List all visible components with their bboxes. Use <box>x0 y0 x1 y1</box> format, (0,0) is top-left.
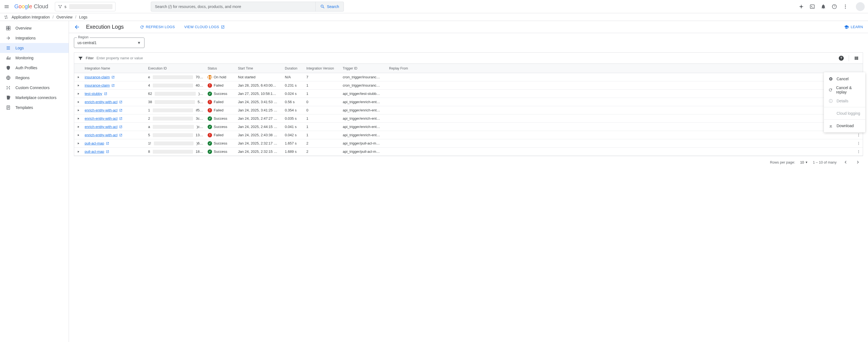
cell-trigger-id: cron_trigger/insuranc… <box>341 75 387 79</box>
cell-trigger-id: api_trigger/test-stubb… <box>341 92 387 96</box>
sidebar-item-label: Marketplace connectors <box>16 95 57 100</box>
prev-page-button[interactable] <box>841 158 849 166</box>
integration-link[interactable]: enrich-entity-with-acl <box>85 100 118 104</box>
expand-row-button[interactable] <box>74 133 83 137</box>
menu-item-cloud-logging: Cloud logging <box>824 109 865 118</box>
back-button[interactable] <box>74 24 80 30</box>
svg-point-19 <box>8 99 9 99</box>
row-menu-button[interactable] <box>855 150 863 154</box>
col-start-time[interactable]: Start Time <box>236 66 283 70</box>
cell-start-time: Jan 24, 2025, 2:47:27 … <box>236 116 283 121</box>
col-integration-name[interactable]: Integration Name <box>83 66 146 70</box>
svg-point-47 <box>858 136 859 136</box>
svg-rect-12 <box>8 28 10 30</box>
menu-item-cancel[interactable]: Cancel <box>824 74 865 83</box>
filter-input[interactable]: Enter property name or value <box>96 56 836 60</box>
view-cloud-logs-button[interactable]: VIEW CLOUD LOGS <box>184 25 225 29</box>
page-title: Execution Logs <box>86 24 124 30</box>
expand-row-button[interactable] <box>74 125 83 128</box>
columns-icon[interactable] <box>854 56 859 61</box>
sidebar-item-templates[interactable]: Templates <box>0 102 69 113</box>
menu-item-label: Cloud logging <box>837 111 860 116</box>
integration-link[interactable]: insurance-claim <box>85 75 110 79</box>
next-page-button[interactable] <box>854 158 862 166</box>
expand-row-button[interactable] <box>74 142 83 145</box>
sidebar-item-regions[interactable]: Regions <box>0 73 69 83</box>
expand-row-button[interactable] <box>74 117 83 120</box>
sidebar-item-custom-connectors[interactable]: Custom Connectors <box>0 83 69 93</box>
integration-link[interactable]: enrich-entity-with-acl <box>85 116 118 121</box>
learn-label: LEARN <box>850 25 863 29</box>
hamburger-menu-icon[interactable] <box>3 3 10 10</box>
col-duration[interactable]: Duration <box>283 66 304 70</box>
breadcrumb-item[interactable]: Logs <box>79 15 87 19</box>
integration-link[interactable]: insurance-claim <box>85 83 110 87</box>
learn-button[interactable]: LEARN <box>844 25 863 30</box>
breadcrumb-item[interactable]: Application Integration <box>11 15 50 19</box>
help-icon[interactable]: ? <box>832 4 837 9</box>
caret-down-icon: ▼ <box>137 40 141 45</box>
learn-icon <box>844 25 849 30</box>
sidebar-item-auth-profiles[interactable]: Auth Profiles <box>0 63 69 73</box>
cell-duration: 0.56 s <box>283 100 304 104</box>
integration-link[interactable]: enrich-entity-with-acl <box>85 108 118 112</box>
sidebar-item-monitoring[interactable]: Monitoring <box>0 53 69 63</box>
rows-per-page-select[interactable]: 10 ▼ <box>800 160 808 164</box>
col-replay-from[interactable]: Replay From <box>387 66 855 70</box>
gemini-icon[interactable] <box>799 4 804 9</box>
cell-trigger-id: api_trigger/enrich-ent… <box>341 100 387 104</box>
sidebar-item-logs[interactable]: Logs <box>0 43 69 53</box>
integration-link[interactable]: pull-acl-map <box>85 150 104 154</box>
expand-row-button[interactable] <box>74 92 83 95</box>
expand-row-button[interactable] <box>74 100 83 104</box>
cell-execution-id: 385… <box>146 100 206 104</box>
col-status[interactable]: Status <box>206 66 236 70</box>
table-header: Integration Name Execution ID Status Sta… <box>74 64 863 73</box>
row-menu-button[interactable] <box>855 133 863 137</box>
sidebar-item-overview[interactable]: Overview <box>0 23 69 33</box>
shell-icon[interactable] <box>810 4 815 9</box>
table-wrap: Filter Enter property name or value ? In… <box>69 53 868 342</box>
region-select[interactable]: Region us-central1 ▼ <box>74 37 145 48</box>
cell-duration: 0.041 s <box>283 125 304 129</box>
integration-link[interactable]: enrich-entity-with-acl <box>85 125 118 129</box>
search-button[interactable]: Search <box>315 2 343 11</box>
more-icon[interactable] <box>843 4 848 9</box>
menu-item-cancel-replay[interactable]: Cancel & replay <box>824 83 865 96</box>
filter-help-icon[interactable]: ? <box>839 56 844 61</box>
row-menu-button[interactable] <box>855 141 863 146</box>
cell-duration: 0.354 s <box>283 108 304 112</box>
search-input[interactable]: Search (/) for resources, docs, products… <box>151 4 316 9</box>
cell-trigger-id: api_trigger/enrich-ent… <box>341 116 387 121</box>
cell-integration-name: enrich-entity-with-acl <box>83 108 146 112</box>
table-row: insurance-claim e70… ❚❚On hold Not start… <box>74 73 863 81</box>
google-cloud-logo[interactable]: Google Cloud <box>14 3 48 10</box>
col-integration-version[interactable]: Integration Version <box>304 66 341 70</box>
cell-integration-name: enrich-entity-with-acl <box>83 100 146 104</box>
integration-link[interactable]: enrich-entity-with-acl <box>85 133 118 137</box>
project-selector[interactable]: s <box>55 2 116 11</box>
col-trigger-id[interactable]: Trigger ID <box>341 66 387 70</box>
integration-link[interactable]: test-stubby <box>85 92 102 96</box>
sidebar-item-label: Custom Connectors <box>16 86 50 90</box>
table-row: test-stubby 62)… ✓Success Jan 27, 2025, … <box>74 90 863 98</box>
col-execution-id[interactable]: Execution ID <box>146 66 206 70</box>
expand-row-button[interactable] <box>74 75 83 79</box>
integration-link[interactable]: pull-acl-map <box>85 141 104 145</box>
expand-row-button[interactable] <box>74 84 83 87</box>
refresh-logs-button[interactable]: REFRESH LOGS <box>140 25 175 29</box>
expand-row-button[interactable] <box>74 150 83 153</box>
sidebar-item-marketplace-connectors[interactable]: Marketplace connectors <box>0 93 69 102</box>
cell-version: 0 <box>304 108 341 112</box>
filter-icon <box>78 56 83 61</box>
project-redacted <box>69 4 113 9</box>
expand-row-button[interactable] <box>74 109 83 112</box>
cell-start-time: Jan 24, 2025, 2:32:17 … <box>236 141 283 145</box>
avatar[interactable] <box>856 2 865 11</box>
sidebar-item-integrations[interactable]: Integrations <box>0 33 69 43</box>
menu-item-label: Cancel & replay <box>836 86 861 94</box>
filter-label: Filter <box>86 56 94 60</box>
breadcrumb-item[interactable]: Overview <box>56 15 72 19</box>
menu-item-download[interactable]: Download <box>824 121 865 130</box>
notifications-icon[interactable] <box>820 4 826 9</box>
